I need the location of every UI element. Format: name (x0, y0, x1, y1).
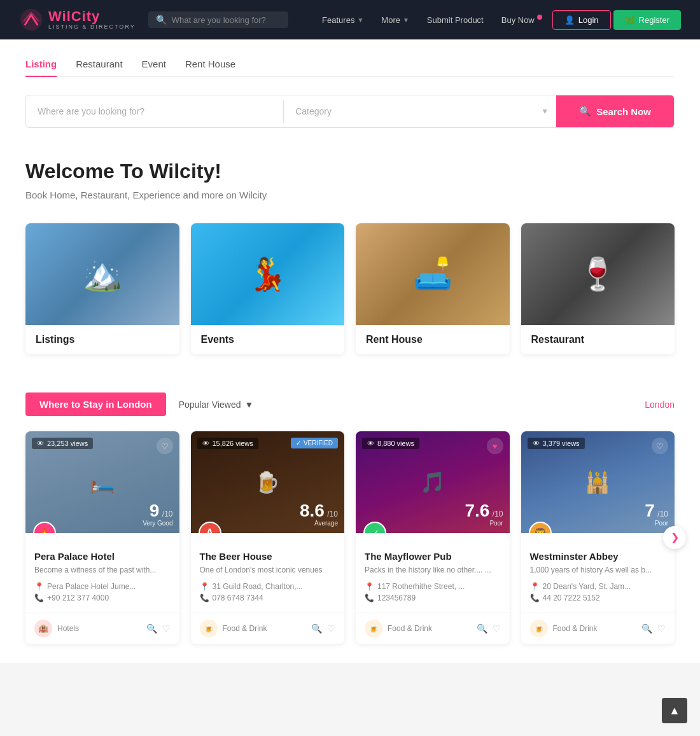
listing-body: The Mayflower Pub Packs in the history l… (356, 533, 510, 613)
category-name: Food & Drink (553, 624, 637, 633)
listing-footer: 🍺 Food & Drink 🔍 ♡ (191, 613, 345, 644)
eye-icon: 👁 (533, 440, 540, 447)
listing-phone: 📞 44 20 7222 5152 (530, 594, 666, 602)
heart-icon[interactable]: ♡ (493, 623, 501, 634)
listing-body: Pera Palace Hotel Become a witness of th… (25, 533, 179, 613)
listing-footer: 🍺 Food & Drink 🔍 ♡ (356, 613, 510, 644)
category-name: Hotels (57, 624, 141, 633)
category-label-renthouse: Rent House (356, 325, 510, 354)
pin-icon: 📍 (34, 582, 44, 591)
eye-icon: 👁 (367, 440, 374, 447)
listing-address: 📍 117 Rotherhithe Street, ... (365, 582, 501, 591)
listing-desc: Packs in the history like no other.... .… (365, 565, 501, 576)
main-content: Listing Restaurant Event Rent House Cate… (0, 39, 700, 663)
dropdown-arrow: ▼ (541, 107, 556, 116)
listing-heart-button[interactable]: ♥ (487, 438, 503, 454)
listing-phone: 📞 +90 212 377 4000 (34, 594, 171, 602)
chevron-icon: ▼ (357, 17, 363, 24)
logo-sub: LISTING & DIRECTORY (48, 24, 136, 30)
listing-score: 7.6 /10 Poor (465, 502, 503, 527)
location-input[interactable] (26, 97, 283, 125)
category-badge: 🍺 (530, 620, 548, 637)
pin-icon: 📍 (365, 582, 374, 591)
category-name: Food & Drink (223, 624, 307, 633)
listing-score: 8.6 /10 Average (300, 502, 338, 527)
listing-score: 7 /10 Poor (645, 502, 668, 527)
navbar-search-box[interactable]: 🔍 (148, 11, 288, 28)
notification-dot (537, 15, 542, 20)
nav-submit[interactable]: Submit Product (419, 11, 491, 29)
heart-icon[interactable]: ♡ (162, 623, 171, 634)
search-icon: 🔍 (156, 15, 167, 25)
phone-icon: 📞 (530, 594, 540, 602)
heart-icon[interactable]: ♡ (327, 623, 335, 634)
listing-heart-button[interactable]: ♡ (652, 438, 668, 454)
category-card-renthouse[interactable]: 🛋️ Rent House (356, 223, 510, 354)
category-badge: 🍺 (365, 620, 382, 637)
category-card-restaurant[interactable]: 🍷 Restaurant (521, 223, 675, 354)
check-icon: ✓ (296, 440, 301, 447)
section-location-link[interactable]: London (645, 399, 675, 410)
listing-body: The Beer House One of London's most icon… (191, 533, 345, 613)
listing-views: 👁 15,826 views (197, 438, 258, 449)
next-button[interactable]: ❯ (663, 526, 686, 549)
listing-image-wrap: 🎵 👁 8,880 views ♥ 7.6 /10 Poor ✓ (356, 431, 510, 533)
tab-event[interactable]: Event (142, 59, 166, 77)
listing-name: Pera Palace Hotel (34, 551, 171, 562)
logo[interactable]: WilCity LISTING & DIRECTORY (19, 8, 136, 32)
listing-address: 📍 Pera Palace Hotel Jume... (34, 582, 171, 591)
logo-brand: WilCity (48, 10, 136, 24)
navbar-nav: Features ▼ More ▼ Submit Product Buy Now… (314, 10, 681, 30)
category-img-renthouse: 🛋️ (356, 223, 510, 325)
listing-address: 📍 20 Dean's Yard, St. Jam... (530, 582, 666, 591)
search-icon[interactable]: 🔍 (641, 623, 652, 634)
search-icon[interactable]: 🔍 (477, 623, 487, 634)
listing-phone: 📞 078 6748 7344 (200, 594, 336, 602)
listing-heart-button[interactable]: ♡ (157, 438, 173, 454)
welcome-subtitle: Book Home, Restaurant, Experience and mo… (25, 190, 675, 200)
listing-views: 👁 8,880 views (362, 438, 419, 449)
category-badge: 🍺 (200, 620, 218, 637)
listing-address: 📍 31 Guild Road, Charlton,... (200, 582, 336, 591)
register-button[interactable]: 🌿 Register (613, 10, 681, 30)
category-card-listings[interactable]: 🏔️ Listings (25, 223, 179, 354)
heart-icon[interactable]: ♡ (657, 623, 666, 634)
listing-image-wrap: 🛏️ 👁 23,253 views ♡ 9 /10 Very Good 🔥 (25, 431, 179, 533)
phone-icon: 📞 (34, 594, 44, 602)
search-button[interactable]: 🔍 Search Now (556, 95, 674, 127)
category-tabs: Listing Restaurant Event Rent House (25, 59, 675, 77)
search-icon[interactable]: 🔍 (311, 623, 322, 634)
welcome-title: Welcome To Wilcity! (25, 160, 675, 183)
listing-phone: 📞 123456789 (365, 594, 501, 602)
search-icon[interactable]: 🔍 (146, 623, 157, 634)
listing-card: 🍺 👁 15,826 views ✓ VERIFIED 8.6 /10 Aver… (191, 431, 345, 644)
category-card-events[interactable]: 💃 Events (191, 223, 345, 354)
tab-restaurant[interactable]: Restaurant (76, 59, 122, 77)
logo-icon (19, 8, 43, 32)
category-img-events: 💃 (191, 223, 345, 325)
listing-body: Westminster Abbey 1,000 years of history… (521, 533, 675, 613)
listing-card: 🕌 👁 3,379 views ♡ 7 /10 Poor 🦁 Wes (521, 431, 675, 644)
search-btn-icon: 🔍 (579, 106, 591, 117)
nav-more[interactable]: More ▼ (374, 11, 417, 29)
login-button[interactable]: 👤 Login (552, 10, 611, 30)
listing-name: The Beer House (200, 551, 336, 562)
category-select[interactable]: Category (284, 97, 541, 125)
nav-buy-now[interactable]: Buy Now (494, 11, 550, 29)
listing-image-wrap: 🕌 👁 3,379 views ♡ 7 /10 Poor 🦁 (521, 431, 675, 533)
filter-dropdown[interactable]: Popular Viewed ▼ (179, 399, 254, 410)
tab-listing[interactable]: Listing (25, 59, 57, 77)
chevron-down-icon: ▼ (244, 399, 253, 410)
nav-features[interactable]: Features ▼ (314, 11, 371, 29)
eye-icon: 👁 (37, 440, 44, 447)
category-name: Food & Drink (388, 624, 472, 633)
chevron-icon: ▼ (403, 17, 409, 24)
eye-icon: 👁 (202, 440, 209, 447)
search-bar: Category ▼ 🔍 Search Now (25, 95, 675, 128)
listing-name: Westminster Abbey (530, 551, 666, 562)
navbar-search-input[interactable] (172, 15, 281, 25)
phone-icon: 📞 (365, 594, 374, 602)
listing-footer: 🏨 Hotels 🔍 ♡ (25, 613, 179, 644)
tab-rent-house[interactable]: Rent House (185, 59, 235, 77)
listing-score: 9 /10 Very Good (143, 502, 172, 527)
